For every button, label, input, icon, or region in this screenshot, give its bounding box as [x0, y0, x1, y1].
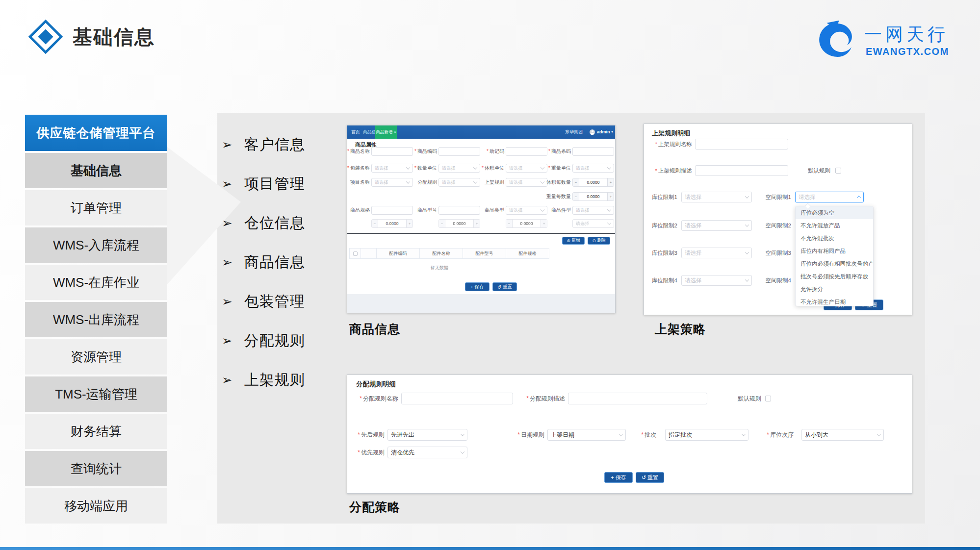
default-rule-checkbox[interactable] [835, 168, 841, 174]
plus-icon: + [607, 178, 614, 186]
alloc-rule-desc-input[interactable] [568, 393, 707, 404]
space-limit-1-select[interactable]: 请选择 [795, 192, 864, 202]
sidebar-item-resource-mgmt[interactable]: 资源管理 [25, 339, 167, 375]
caption-product-info: 商品信息 [349, 321, 400, 337]
dropdown-option[interactable]: 不允许混放产品 [796, 219, 873, 232]
reset-icon: ↺ [497, 284, 501, 290]
loc-limit-4-select[interactable]: 请选择 [681, 275, 752, 286]
shelf-rule-name-input[interactable] [695, 139, 788, 150]
sidebar-item-wms-inventory[interactable]: WMS-在库作业 [25, 265, 167, 300]
loc-limit-3-select[interactable]: 请选择 [681, 248, 752, 258]
dropdown-option[interactable]: 不允许混批次 [796, 232, 873, 245]
reset-button[interactable]: ↺重置 [492, 282, 517, 291]
shelf-rule-select[interactable]: 请选择 [506, 178, 547, 187]
dim-select[interactable]: 请选择 [572, 219, 614, 228]
field-label: 空间限制3 [761, 248, 791, 258]
caption-allocation-strategy: 分配策略 [349, 499, 400, 515]
table-empty-state: 暂无数据 [431, 265, 448, 271]
arrow-bullet-icon: ➢ [222, 176, 232, 192]
weight-per-qty-stepper[interactable]: −0.0000+ [572, 192, 614, 201]
field-label: 分配规则 [414, 178, 437, 187]
dim-stepper[interactable]: −0.0000+ [506, 219, 547, 228]
section-title: 上架规则明细 [652, 129, 690, 138]
dropdown-option[interactable]: 允许拆分 [796, 283, 873, 296]
date-rule-select[interactable]: 上架日期 [547, 429, 626, 441]
slide: 基础信息 一网天行 EWANGTX.COM 供应链仓储管理平台 基础信息 订单管… [0, 0, 980, 550]
sidebar-item-tms[interactable]: TMS-运输管理 [25, 376, 167, 412]
order-rule-select[interactable]: 先进先出 [387, 429, 467, 441]
dropdown-option[interactable]: 库位内有相同产品 [796, 245, 873, 257]
shelf-rule-desc-input[interactable] [695, 165, 788, 176]
field-label: 商品件型 [544, 206, 571, 215]
sidebar-item-mobile-app[interactable]: 移动端应用 [25, 488, 167, 524]
dim-stepper[interactable]: −0.0000+ [371, 219, 413, 228]
type-select[interactable]: 请选择 [506, 206, 547, 215]
caret-down-icon[interactable]: ▼ [611, 125, 614, 139]
minus-icon: − [439, 220, 445, 227]
loc-limit-1-select[interactable]: 请选择 [681, 192, 752, 202]
logo-swirl-icon [815, 20, 856, 61]
space-limit-dropdown: 库位必须为空 不允许混放产品 不允许混批次 库位内有相同产品 库位内必须有相同批… [795, 206, 874, 306]
dropdown-option[interactable]: 不允许混生产日期 [796, 296, 873, 306]
chevron-down-icon [406, 179, 410, 183]
chevron-down-icon [607, 207, 611, 211]
loc-order-select[interactable]: 从小到大 [801, 429, 884, 441]
field-label: 商品型号 [414, 206, 437, 215]
weight-unit-select[interactable]: 请选择 [572, 164, 614, 173]
dim-stepper[interactable]: −0.0000+ [438, 219, 480, 228]
dropdown-option[interactable]: 批次号必须按先后顺序存放 [796, 270, 873, 283]
spec-input[interactable] [371, 206, 413, 215]
arrow-bullet-icon: ➢ [222, 137, 232, 152]
tab-product-new[interactable]: 商品新增× [375, 125, 397, 139]
sidebar-item-wms-inbound[interactable]: WMS-入库流程 [25, 227, 167, 263]
sidebar-item-basic-info[interactable]: 基础信息 [25, 153, 167, 188]
default-rule-checkbox[interactable] [765, 396, 771, 401]
vol-unit-select[interactable]: 请选择 [506, 164, 547, 173]
sidebar-item-order-mgmt[interactable]: 订单管理 [25, 190, 167, 225]
field-label: *包装名称 [347, 164, 370, 173]
package-select[interactable]: 请选择 [371, 164, 413, 173]
field-label: *重量单位 [544, 164, 571, 173]
save-button[interactable]: +保存 [465, 282, 490, 291]
field-label: 库位限制3 [647, 248, 677, 258]
vol-per-qty-stepper[interactable]: −0.0000+ [572, 178, 614, 187]
select-all-checkbox[interactable] [353, 251, 358, 256]
chevron-down-icon [541, 179, 544, 183]
diamond-icon [28, 20, 63, 54]
sidebar-item-query-stats[interactable]: 查询统计 [25, 451, 167, 486]
field-label: *先后规则 [349, 429, 385, 441]
menu-item-warehouse-loc: ➢ 仓位信息 [222, 212, 305, 234]
product-code-input[interactable] [438, 147, 480, 156]
project-select[interactable]: 请选择 [371, 178, 413, 187]
alloc-rule-name-input[interactable] [401, 393, 513, 404]
mnemonic-input[interactable] [506, 147, 547, 156]
model-input[interactable] [438, 206, 480, 215]
plus-icon: + [473, 220, 480, 227]
user-name[interactable]: admin [597, 125, 610, 139]
product-name-input[interactable] [371, 147, 413, 156]
section-divider [347, 233, 615, 234]
piece-type-select[interactable]: 请选择 [572, 206, 614, 215]
priority-rule-select[interactable]: 清仓优先 [387, 447, 467, 458]
field-label: 默认规则 [802, 165, 830, 176]
avatar[interactable] [590, 129, 595, 135]
barcode-input[interactable] [572, 147, 614, 156]
delete-row-button[interactable]: ⊖删除 [588, 237, 610, 245]
add-row-button[interactable]: ⊕新增 [562, 237, 585, 245]
app-topbar: 首页 商品信息× 商品新增× 东华集团 admin ▼ [347, 125, 615, 139]
arrow-bullet-icon: ➢ [222, 373, 232, 388]
alloc-rule-select[interactable]: 请选择 [438, 178, 480, 187]
sidebar-item-finance[interactable]: 财务结算 [25, 414, 167, 449]
save-button[interactable]: +保存 [604, 472, 633, 483]
reset-button[interactable]: ↺重置 [636, 472, 664, 483]
batch-select[interactable]: 指定批次 [665, 429, 748, 441]
chevron-down-icon [619, 432, 623, 436]
dropdown-option[interactable]: 库位内必须有相同批次号的产品 [796, 257, 873, 270]
field-label: *库位次序 [756, 429, 794, 441]
qty-unit-select[interactable]: 请选择 [438, 164, 480, 173]
breadcrumb-home[interactable]: 首页 [351, 125, 360, 139]
field-label: *上架规则描述 [647, 165, 692, 176]
field-label: 空间限制2 [761, 220, 791, 231]
loc-limit-2-select[interactable]: 请选择 [681, 220, 752, 231]
sidebar-item-wms-outbound[interactable]: WMS-出库流程 [25, 302, 167, 337]
